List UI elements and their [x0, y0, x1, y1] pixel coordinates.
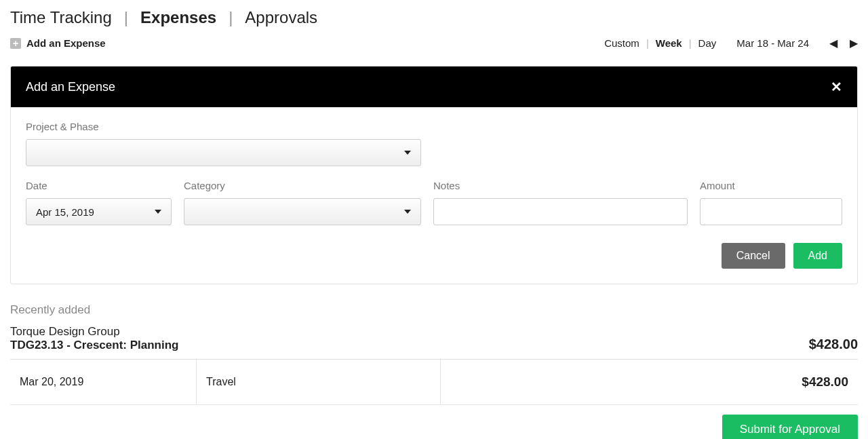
panel-title: Add an Expense — [26, 80, 115, 94]
expense-amount: $428.00 — [726, 375, 848, 389]
add-button[interactable]: Add — [793, 243, 842, 269]
panel-actions: Cancel Add — [26, 243, 842, 269]
fields-row: Date Apr 15, 2019 Category Notes Amount — [26, 180, 842, 225]
expense-date: Mar 20, 2019 — [20, 376, 196, 388]
date-range: Mar 18 - Mar 24 — [736, 37, 809, 49]
project-phase-select[interactable] — [26, 139, 421, 166]
project-name: TDG23.13 - Crescent: Planning — [10, 339, 178, 352]
tab-expenses[interactable]: Expenses — [140, 8, 216, 27]
panel-body: Project & Phase Date Apr 15, 2019 Catego… — [11, 107, 857, 284]
client-name: Torque Design Group — [10, 325, 178, 339]
prev-arrow-icon[interactable]: ◀ — [829, 37, 837, 50]
expense-category: Travel — [196, 360, 440, 404]
amount-field: Amount — [700, 180, 842, 225]
expense-spacer — [440, 360, 726, 404]
view-week[interactable]: Week — [656, 37, 682, 49]
plus-icon: + — [10, 38, 21, 49]
date-select[interactable]: Apr 15, 2019 — [26, 198, 172, 225]
view-divider: | — [646, 37, 649, 49]
panel-header: Add an Expense ✕ — [11, 66, 857, 107]
toolbar: + Add an Expense Custom | Week | Day Mar… — [10, 37, 858, 50]
toolbar-right: Custom | Week | Day Mar 18 - Mar 24 ◀ ▶ — [604, 37, 858, 50]
chevron-down-icon — [155, 210, 161, 214]
date-label: Date — [26, 180, 172, 191]
tab-divider: | — [124, 8, 128, 27]
chevron-down-icon — [404, 210, 411, 214]
notes-label: Notes — [433, 180, 688, 191]
view-custom[interactable]: Custom — [604, 37, 639, 49]
date-nav: ◀ ▶ — [829, 37, 858, 50]
close-icon[interactable]: ✕ — [831, 79, 842, 95]
tab-time-tracking[interactable]: Time Tracking — [10, 8, 112, 27]
chevron-down-icon — [404, 151, 411, 155]
expense-group-header: Torque Design Group TDG23.13 - Crescent:… — [10, 325, 858, 360]
add-expense-label: Add an Expense — [26, 37, 106, 49]
add-expense-panel: Add an Expense ✕ Project & Phase Date Ap… — [10, 66, 858, 284]
next-arrow-icon[interactable]: ▶ — [850, 37, 858, 50]
group-header-left: Torque Design Group TDG23.13 - Crescent:… — [10, 325, 178, 352]
view-divider: | — [689, 37, 692, 49]
category-field: Category — [184, 180, 421, 225]
submit-for-approval-button[interactable]: Submit for Approval — [722, 415, 858, 439]
tab-divider: | — [229, 8, 233, 27]
amount-input[interactable] — [700, 198, 842, 225]
recently-added-heading: Recently added — [10, 303, 858, 317]
notes-field: Notes — [433, 180, 688, 225]
cancel-button[interactable]: Cancel — [722, 243, 785, 269]
category-label: Category — [184, 180, 421, 191]
expense-row[interactable]: Mar 20, 2019 Travel $428.00 — [10, 360, 858, 405]
tab-approvals[interactable]: Approvals — [245, 8, 317, 27]
category-select[interactable] — [184, 198, 421, 225]
footer-actions: Submit for Approval — [10, 415, 858, 439]
top-tabs: Time Tracking | Expenses | Approvals — [10, 7, 858, 27]
notes-input[interactable] — [433, 198, 688, 225]
add-expense-button[interactable]: + Add an Expense — [10, 37, 106, 49]
date-field: Date Apr 15, 2019 — [26, 180, 172, 225]
amount-label: Amount — [700, 180, 842, 191]
view-switch: Custom | Week | Day — [604, 37, 716, 49]
group-total: $428.00 — [809, 337, 858, 352]
date-value: Apr 15, 2019 — [36, 206, 94, 218]
view-day[interactable]: Day — [698, 37, 717, 49]
project-phase-label: Project & Phase — [26, 121, 842, 132]
